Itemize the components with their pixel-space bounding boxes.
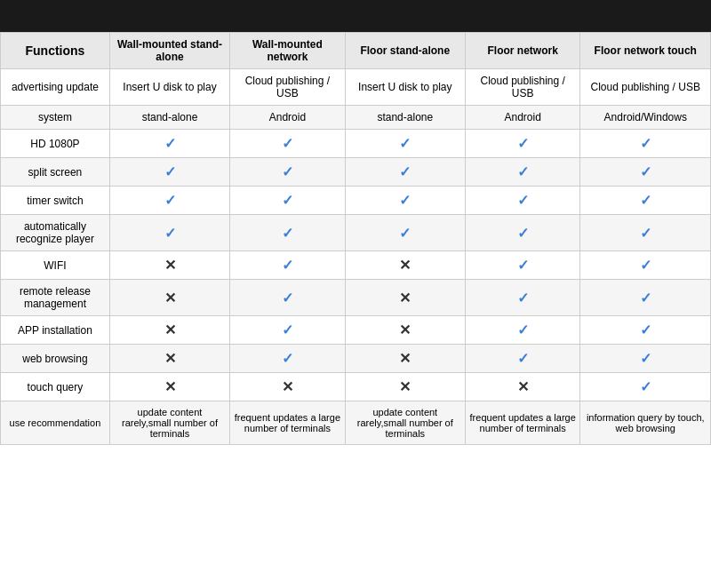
table-cell: ✓ [580,251,711,280]
feature-label: timer switch [1,187,110,215]
check-icon: ✓ [517,226,529,241]
table-cell: ✕ [345,316,465,345]
feature-label: APP installation [1,316,110,345]
check-icon: ✓ [164,164,176,179]
check-icon: ✓ [517,193,529,208]
check-icon: ✓ [282,136,293,151]
table-cell: ✕ [109,373,229,401]
table-cell: update content rarely,small number of te… [109,401,229,445]
feature-label: advertising update [1,69,110,106]
cross-icon: ✕ [517,379,529,394]
table-cell: ✓ [345,187,465,215]
check-icon: ✓ [640,379,651,394]
col-header-floor-standalone: Floor stand-alone [345,33,465,69]
table-cell: ✓ [230,280,346,316]
cross-icon: ✕ [399,258,411,273]
feature-label: automatically recognize player [1,215,110,251]
table-cell: ✓ [345,215,465,251]
table-cell: ✓ [465,215,580,251]
check-icon: ✓ [282,193,293,208]
check-icon: ✓ [399,136,411,151]
table-cell: ✓ [109,187,229,215]
table-cell: ✓ [230,215,346,251]
table-cell: ✕ [345,345,465,373]
table-cell: ✓ [109,130,229,158]
table-cell: Cloud publishing / USB [580,69,711,106]
table-cell: ✓ [580,130,711,158]
feature-label: split screen [1,158,110,187]
table-cell: update content rarely,small number of te… [345,401,465,445]
cross-icon: ✕ [164,258,176,273]
table-cell: ✓ [465,130,580,158]
table-cell: ✓ [580,345,711,373]
col-header-wall-standalone: Wall-mounted stand-alone [109,33,229,69]
table-cell: ✓ [465,316,580,345]
cross-icon: ✕ [164,379,176,394]
header [0,0,711,32]
feature-label: HD 1080P [1,130,110,158]
check-icon: ✓ [640,226,651,241]
table-cell: stand-alone [345,106,465,130]
table-cell: ✕ [109,345,229,373]
table-cell: Android [230,106,346,130]
table-cell: Insert U disk to play [109,69,229,106]
table-cell: ✕ [109,316,229,345]
check-icon: ✓ [282,226,293,241]
check-icon: ✓ [282,290,293,306]
check-icon: ✓ [640,136,651,151]
check-icon: ✓ [517,258,529,273]
cross-icon: ✕ [399,379,411,394]
table-cell: ✕ [465,373,580,401]
check-icon: ✓ [517,351,529,366]
table-cell: ✓ [580,373,711,401]
col-header-floor-network: Floor network [465,33,580,69]
table-cell: ✓ [230,316,346,345]
cross-icon: ✕ [399,290,411,306]
table-cell: information query by touch, web browsing [580,401,711,445]
table-cell: stand-alone [109,106,229,130]
table-cell: ✓ [580,280,711,316]
check-icon: ✓ [282,351,293,366]
table-cell: ✕ [345,373,465,401]
table-cell: ✓ [465,251,580,280]
table-cell: ✕ [109,251,229,280]
table-cell: Android [465,106,580,130]
table-cell: ✓ [465,280,580,316]
table-cell: ✓ [580,187,711,215]
table-cell: ✓ [580,316,711,345]
col-header-floor-touch: Floor network touch [580,33,711,69]
feature-label: system [1,106,110,130]
table-cell: ✓ [230,187,346,215]
table-cell: Cloud publishing / USB [230,69,346,106]
table-cell: ✕ [345,280,465,316]
check-icon: ✓ [640,290,651,306]
table-cell: ✓ [465,158,580,187]
check-icon: ✓ [164,136,176,151]
check-icon: ✓ [640,351,651,366]
feature-label: touch query [1,373,110,401]
check-icon: ✓ [164,193,176,208]
table-cell: ✓ [465,187,580,215]
table-cell: ✓ [230,251,346,280]
table-cell: ✓ [109,215,229,251]
check-icon: ✓ [399,193,411,208]
check-icon: ✓ [640,164,651,179]
table-cell: ✓ [580,158,711,187]
check-icon: ✓ [517,322,529,338]
table-cell: ✓ [230,158,346,187]
cross-icon: ✕ [164,322,176,338]
check-icon: ✓ [282,322,293,338]
check-icon: ✓ [399,164,411,179]
check-icon: ✓ [164,226,176,241]
table-cell: ✓ [580,215,711,251]
check-icon: ✓ [282,258,293,273]
cross-icon: ✕ [164,351,176,366]
check-icon: ✓ [640,322,651,338]
table-cell: ✓ [109,158,229,187]
page-title [0,0,711,32]
table-cell: ✓ [230,345,346,373]
check-icon: ✓ [640,193,651,208]
table-cell: ✕ [109,280,229,316]
table-cell: ✕ [345,251,465,280]
check-icon: ✓ [517,136,529,151]
